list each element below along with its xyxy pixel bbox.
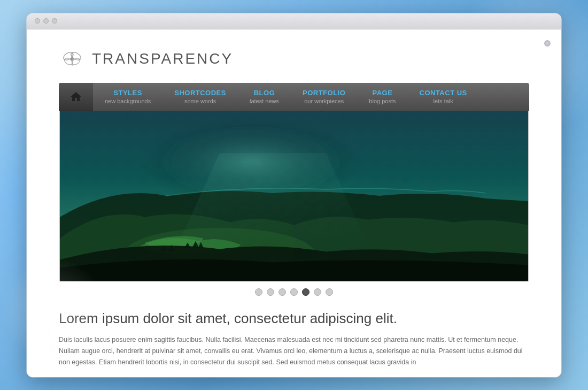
logo-icon (59, 45, 86, 72)
site-header: TRANSPARENCY (59, 45, 529, 72)
content-heading: Lorem ipsum dolor sit amet, consectetur … (59, 310, 529, 327)
browser-chrome (27, 13, 561, 29)
slider-dot-2[interactable] (267, 288, 274, 296)
site-title: TRANSPARENCY (92, 50, 233, 67)
slider-dot-3[interactable] (278, 288, 286, 296)
home-icon (69, 90, 82, 103)
svg-rect-15 (60, 111, 528, 281)
browser-dot-3 (52, 18, 57, 24)
nav-item-styles[interactable]: STYLES new backgrounds (93, 83, 163, 111)
body-content: Lorem ipsum dolor sit amet, consectetur … (59, 302, 529, 369)
slider-dot-5[interactable] (302, 288, 310, 296)
browser-dot-2 (43, 18, 49, 24)
hero-image (60, 111, 528, 281)
nav-item-contact[interactable]: CONTACT US lets talk (408, 83, 479, 111)
hero-container (59, 111, 529, 282)
decorative-circle (544, 40, 551, 47)
slider-dot-7[interactable] (326, 288, 333, 296)
nav-item-portfolio[interactable]: PORTFOLIO our workpieces (291, 83, 357, 111)
hero-landscape (60, 111, 528, 281)
nav-item-blog[interactable]: BLOG latest news (238, 83, 291, 111)
website-content: TRANSPARENCY STYLES new backgrounds SHOR… (27, 29, 561, 377)
svg-point-5 (71, 58, 73, 60)
slider-dot-4[interactable] (290, 288, 298, 296)
nav-item-shortcodes[interactable]: SHORTCODES some words (163, 83, 238, 111)
slider-dot-6[interactable] (314, 288, 321, 296)
slider-dot-1[interactable] (255, 288, 262, 296)
nav-home-button[interactable] (59, 83, 93, 111)
content-body: Duis iaculis lacus posuere enim sagittis… (59, 334, 529, 369)
browser-window: TRANSPARENCY STYLES new backgrounds SHOR… (27, 13, 561, 377)
nav-item-page[interactable]: PAGE blog posts (357, 83, 407, 111)
browser-dot-1 (35, 18, 40, 24)
nav-items-container: STYLES new backgrounds SHORTCODES some w… (93, 83, 529, 111)
logo-container: TRANSPARENCY (59, 45, 233, 72)
slider-dots (59, 282, 529, 302)
navigation-bar: STYLES new backgrounds SHORTCODES some w… (59, 83, 529, 111)
